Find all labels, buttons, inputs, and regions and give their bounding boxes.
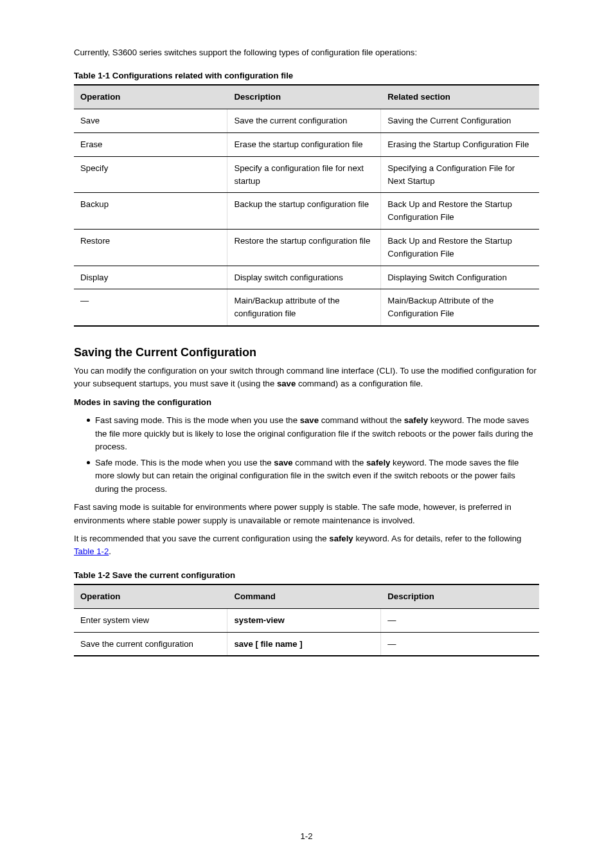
- table-header-row: Operation Command Description: [74, 584, 539, 608]
- cell-desc: —: [381, 632, 539, 656]
- section-heading-saving: Saving the Current Configuration: [74, 346, 539, 359]
- th-command: Command: [227, 584, 381, 608]
- page: Currently, S3600 series switches support…: [0, 0, 613, 868]
- cell-desc: Backup the startup configuration file: [227, 193, 381, 230]
- cell-op: —: [74, 289, 227, 326]
- cell-rel: Displaying Switch Configuration: [381, 266, 539, 289]
- bullet-safe-mode: Safe mode. This is the mode when you use…: [87, 457, 539, 496]
- th-operation: Operation: [74, 85, 227, 109]
- table2-caption: Table 1-2 Save the current configuration: [74, 570, 539, 580]
- cell-op: Erase: [74, 133, 227, 157]
- cell-cmd: system-view: [227, 608, 381, 632]
- cell-desc: Restore the startup configuration file: [227, 230, 381, 266]
- table-row: Display Display switch configurations Di…: [74, 266, 539, 289]
- link-table-1-2[interactable]: Table 1-2: [74, 547, 109, 556]
- table-row: Save the current configuration save [ fi…: [74, 632, 539, 656]
- paragraph-save-intro: You can modify the configuration on your…: [74, 365, 539, 391]
- table-configurations: Operation Description Related section Sa…: [74, 84, 539, 327]
- cell-desc: Save the current configuration: [227, 109, 381, 133]
- cell-rel: Main/Backup Attribute of the Configurati…: [381, 289, 539, 326]
- table1-caption: Table 1-1 Configurations related with co…: [74, 71, 539, 80]
- cmd-save: save: [300, 415, 319, 425]
- cell-op: Restore: [74, 230, 227, 266]
- text: It is recommended that you save the curr…: [74, 534, 329, 543]
- cmd-save: save: [274, 458, 292, 467]
- cell-desc: Specify a configuration file for next st…: [227, 156, 381, 193]
- cell-rel: Back Up and Restore the Startup Configur…: [381, 193, 539, 230]
- cell-op: Save: [74, 109, 227, 133]
- cell-rel: Erasing the Startup Configuration File: [381, 133, 539, 157]
- text: command) as a configuration file.: [296, 379, 423, 388]
- cell-desc: Display switch configurations: [227, 266, 381, 289]
- bullet-text: Safe mode. This is the mode when you use…: [95, 457, 539, 496]
- th-description: Description: [381, 584, 539, 608]
- kw-safely: safely: [366, 458, 390, 467]
- table-row: Specify Specify a configuration file for…: [74, 156, 539, 193]
- bullet-text: Fast saving mode. This is the mode when …: [95, 414, 539, 453]
- text: keyword. As for details, refer to the fo…: [353, 534, 522, 543]
- th-operation: Operation: [74, 584, 227, 608]
- cell-rel: Specifying a Configuration File for Next…: [381, 156, 539, 193]
- text: Fast saving mode. This is the mode when …: [95, 415, 300, 425]
- cell-op: Save the current configuration: [74, 632, 227, 656]
- cmd-save: save: [277, 379, 296, 388]
- bullet-dot-icon: [87, 461, 90, 464]
- table-row: — Main/Backup attribute of the configura…: [74, 289, 539, 326]
- intro-text: Currently, S3600 series switches support…: [74, 46, 539, 59]
- text: .: [109, 547, 111, 556]
- th-related: Related section: [381, 85, 539, 109]
- table-row: Backup Backup the startup configuration …: [74, 193, 539, 230]
- table-row: Enter system view system-view —: [74, 608, 539, 632]
- cell-cmd: save [ file name ]: [227, 632, 381, 656]
- text: command without the: [319, 415, 404, 425]
- subheading-modes: Modes in saving the configuration: [74, 396, 539, 409]
- text: Safe mode. This is the mode when you use…: [95, 458, 274, 467]
- cell-op: Specify: [74, 156, 227, 193]
- paragraph-mode-compare: Fast saving mode is suitable for environ…: [74, 501, 539, 527]
- cell-op: Enter system view: [74, 608, 227, 632]
- table-row: Restore Restore the startup configuratio…: [74, 230, 539, 266]
- cell-desc: Main/Backup attribute of the configurati…: [227, 289, 381, 326]
- kw-safely: safely: [329, 534, 353, 543]
- table-row: Erase Erase the startup configuration fi…: [74, 133, 539, 157]
- page-number: 1-2: [0, 831, 613, 841]
- text: command with the: [293, 458, 366, 467]
- kw-safely: safely: [404, 415, 428, 425]
- cell-rel: Saving the Current Configuration: [381, 109, 539, 133]
- th-description: Description: [227, 85, 381, 109]
- cell-op: Backup: [74, 193, 227, 230]
- table-header-row: Operation Description Related section: [74, 85, 539, 109]
- bullet-dot-icon: [87, 419, 90, 422]
- table-row: Save Save the current configuration Savi…: [74, 109, 539, 133]
- cell-desc: Erase the startup configuration file: [227, 133, 381, 157]
- paragraph-recommend: It is recommended that you save the curr…: [74, 532, 539, 559]
- table-save-commands: Operation Command Description Enter syst…: [74, 584, 539, 656]
- cell-rel: Back Up and Restore the Startup Configur…: [381, 230, 539, 266]
- cell-op: Display: [74, 266, 227, 289]
- bullet-fast-mode: Fast saving mode. This is the mode when …: [87, 414, 539, 453]
- cell-desc: —: [381, 608, 539, 632]
